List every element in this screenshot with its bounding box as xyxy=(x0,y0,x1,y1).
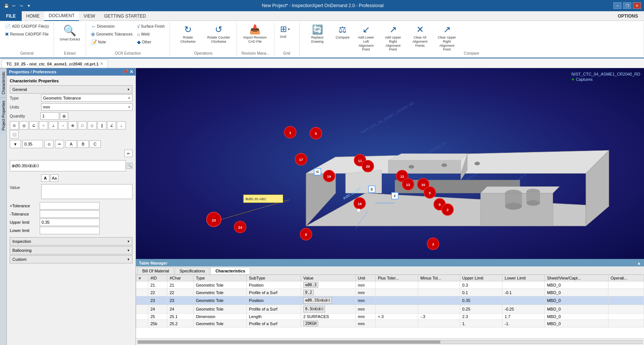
compare-btn[interactable]: ⚖ Compare xyxy=(333,22,352,49)
options-btn[interactable]: OPTIONS xyxy=(612,11,644,21)
redo-btn[interactable]: ↪ xyxy=(18,2,25,9)
grid-btn[interactable]: ⊞ ▼ Grid xyxy=(277,22,296,49)
col-menu[interactable]: ≡ xyxy=(136,275,148,281)
minimize-btn[interactable]: ─ xyxy=(613,2,622,9)
weld-btn[interactable]: ⌂ Weld xyxy=(135,30,167,38)
sym-angularity-btn[interactable]: ∠ xyxy=(107,121,116,129)
getting-started-menu[interactable]: GETTING STARTED xyxy=(100,11,151,21)
table-row[interactable]: 25b 25.2 Geometric Tole Profile of a Sur… xyxy=(136,320,644,327)
plus-tol-input[interactable] xyxy=(40,202,100,210)
file-menu[interactable]: FILE xyxy=(0,11,22,21)
tab-characteristics[interactable]: Characteristics xyxy=(210,267,250,274)
qty-icon-btn[interactable]: ⊞ xyxy=(60,112,68,120)
add-upper-right-btn[interactable]: ↗ Add Upper Right Alignment Point xyxy=(380,22,406,49)
value-number-input[interactable] xyxy=(22,140,43,148)
value-textarea[interactable] xyxy=(41,184,133,199)
minus-tol-input[interactable] xyxy=(40,210,100,218)
col-lower-limit[interactable]: Lower Limit xyxy=(502,275,544,281)
remove-cad-btn[interactable]: ✖ Remove CAD/PDF File xyxy=(3,30,51,38)
sym-diamond-btn[interactable]: ◇ xyxy=(88,121,97,129)
table-collapse-btn[interactable]: ▲ xyxy=(637,261,641,265)
rotate-ccw-btn[interactable]: ↺ Rotate Counter Clockwise xyxy=(204,22,234,49)
col-operations[interactable]: Operati... xyxy=(608,275,644,281)
units-select[interactable]: mm ▼ xyxy=(41,103,133,111)
upper-limit-input[interactable] xyxy=(40,219,100,226)
col-unit[interactable]: Unit xyxy=(355,275,375,281)
characteristic-tab[interactable]: Characteristic xyxy=(0,68,6,97)
surface-finish-btn[interactable]: √ Surface Finish xyxy=(135,22,167,30)
close-btn[interactable]: ✕ xyxy=(633,2,641,9)
col-char[interactable]: #Char xyxy=(167,275,193,281)
sym-parallel-btn[interactable]: ∥ xyxy=(97,121,106,129)
sym-circle2-btn[interactable]: ○ xyxy=(39,121,48,129)
col-subtype[interactable]: SubType xyxy=(246,275,301,281)
sym-none-btn[interactable]: ⬜ xyxy=(10,130,19,138)
table-row[interactable]: 21 21 Geometric Tole Position ⊕Ø0.3 mm 0… xyxy=(136,281,644,289)
table-row[interactable]: 24 24 Geometric Tole Profile of a Surf 0… xyxy=(136,305,644,314)
sym-plus-btn[interactable]: ⊕ xyxy=(68,121,77,129)
legend-captures[interactable]: + Captures xyxy=(571,76,640,82)
inspection-dropdown[interactable]: Inspection ▼ xyxy=(10,237,133,245)
document-menu[interactable]: DOCUMENT xyxy=(44,11,79,21)
clear-upper-right-btn[interactable]: ↗ Clear Upper Right Alignment Point xyxy=(434,22,460,49)
3d-view[interactable]: NIST_CTC_04_ASME1_CR2040_RD NIST_CTC_04_… xyxy=(136,68,644,259)
table-scroll[interactable]: ≡ #ID #Char Type SubType Value Unit Plus… xyxy=(136,275,644,338)
home-menu[interactable]: HOME xyxy=(22,11,44,21)
sym-arrow-btn[interactable]: → xyxy=(58,121,67,129)
value-pencil-btn[interactable]: ✏ xyxy=(55,140,64,148)
document-tab[interactable]: TC_10_25 - nist_ctc_04_asme1_cr2040_rd.p… xyxy=(1,59,108,68)
add-cad-btn[interactable]: 📄 ADD CAD/PDF File(s) xyxy=(3,22,51,30)
project-properties-tab[interactable]: Project Properties xyxy=(0,97,6,133)
view-menu[interactable]: VIEW xyxy=(79,11,100,21)
col-type[interactable]: Type xyxy=(194,275,247,281)
type-select[interactable]: Geometric Tolerance ▼ xyxy=(41,94,133,102)
other-btn[interactable]: ◆ Other xyxy=(135,38,167,46)
sym-perpendicular-btn[interactable]: ⊥ xyxy=(49,121,58,129)
tab-close-btn[interactable]: ✕ xyxy=(100,62,103,66)
value-dropdown-btn[interactable]: ▼ xyxy=(10,140,21,148)
save-quick-btn[interactable]: 💾 xyxy=(3,2,10,9)
smart-extract-btn[interactable]: 🔍 Smart Extract xyxy=(57,22,83,49)
table-row[interactable]: 23 23 Geometric Tole Position ⊕Ø0.35⒜⒝⒞ … xyxy=(136,296,644,305)
ballooning-dropdown[interactable]: Ballooning ▼ xyxy=(10,246,133,254)
panel-close-btn[interactable]: ✕ xyxy=(130,69,133,74)
add-lower-left-btn[interactable]: ↙ Add Lower Left Alignment Point xyxy=(353,22,379,49)
menu-arrow[interactable]: ▼ xyxy=(25,2,32,9)
clear-all-align-btn[interactable]: ✕ Clear All Alignment Points xyxy=(407,22,433,49)
rotate-cw-btn[interactable]: ↻ Rotate Clockwise xyxy=(173,22,203,49)
restore-btn[interactable]: ❐ xyxy=(623,2,631,9)
quantity-input[interactable] xyxy=(40,112,59,120)
formula-search-btn[interactable]: 🔍 xyxy=(127,163,133,169)
sym-extra-btn[interactable]: ⟂ xyxy=(117,121,126,129)
undo-btn[interactable]: ↩ xyxy=(10,2,17,9)
size-btn[interactable]: Aa xyxy=(50,174,58,182)
dimension-btn[interactable]: ↔ Dimension xyxy=(89,22,134,30)
sym-cylinder-btn[interactable]: ⊆ xyxy=(29,121,38,129)
table-row[interactable]: 25 25.1 Dimension Length 2 SURFACES mm +… xyxy=(136,314,644,320)
geometric-tol-btn[interactable]: ⊕ Geometric Tolerances xyxy=(89,30,134,38)
c-input[interactable] xyxy=(89,140,101,148)
col-id[interactable]: #ID xyxy=(148,275,167,281)
col-upper-limit[interactable]: Upper Limit xyxy=(460,275,502,281)
b-input[interactable] xyxy=(78,140,89,148)
value-icon-btn[interactable]: ⊙ xyxy=(45,140,54,148)
bold-btn[interactable]: A xyxy=(41,174,49,182)
col-sheet-view[interactable]: Sheet/View/Capt... xyxy=(544,275,608,281)
a-input[interactable] xyxy=(66,140,77,148)
col-plus-tol[interactable]: Plus Toler... xyxy=(375,275,418,281)
note-btn[interactable]: 📝 Note xyxy=(89,38,134,46)
edit-btn[interactable]: ✏ xyxy=(124,150,133,157)
col-minus-tol[interactable]: Minus Tol... xyxy=(418,275,460,281)
pin-btn[interactable]: 📌 xyxy=(122,69,128,74)
tab-specifications[interactable]: Specifications xyxy=(175,267,210,274)
custom-dropdown[interactable]: Custom ▼ xyxy=(10,255,133,263)
table-row[interactable]: 22 22 Geometric Tole Profile of a Surf 0… xyxy=(136,289,644,296)
general-dropdown[interactable]: General ▼ xyxy=(10,85,133,94)
sym-circle-btn[interactable]: ⊙ xyxy=(10,121,19,129)
col-value[interactable]: Value xyxy=(301,275,356,281)
import-revision-btn[interactable]: 📥 Import Revision CAD File xyxy=(240,22,270,49)
sym-square-btn[interactable]: □ xyxy=(78,121,87,129)
sym-concentricity-btn[interactable]: ◎ xyxy=(19,121,28,129)
tab-bill-of-material[interactable]: Bill Of Material xyxy=(137,267,174,274)
replace-drawing-btn[interactable]: 🔄 Replace Drawing xyxy=(303,22,332,49)
